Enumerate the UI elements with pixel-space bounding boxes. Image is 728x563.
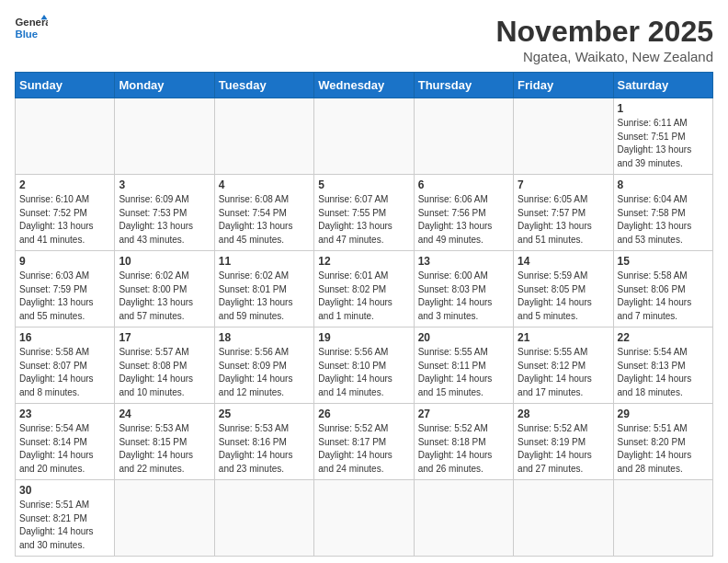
week-row-5: 23Sunrise: 5:54 AM Sunset: 8:14 PM Dayli… (16, 404, 713, 480)
cell-sun-info: Sunrise: 6:02 AM Sunset: 8:00 PM Dayligh… (119, 270, 210, 323)
cell-sun-info: Sunrise: 5:56 AM Sunset: 8:10 PM Dayligh… (318, 346, 409, 399)
day-number: 3 (119, 178, 210, 191)
calendar-cell: 21Sunrise: 5:55 AM Sunset: 8:12 PM Dayli… (514, 327, 613, 404)
day-number: 22 (618, 331, 709, 344)
calendar-cell: 6Sunrise: 6:06 AM Sunset: 7:56 PM Daylig… (414, 175, 513, 251)
day-number: 17 (119, 331, 210, 344)
cell-sun-info: Sunrise: 5:56 AM Sunset: 8:09 PM Dayligh… (219, 346, 310, 399)
day-number: 2 (19, 178, 110, 191)
day-number: 25 (219, 408, 310, 420)
calendar-header-row: SundayMondayTuesdayWednesdayThursdayFrid… (16, 73, 713, 98)
cell-sun-info: Sunrise: 5:58 AM Sunset: 8:07 PM Dayligh… (19, 346, 110, 399)
calendar-cell (414, 480, 513, 557)
day-number: 15 (618, 255, 709, 268)
day-number: 5 (318, 178, 409, 191)
cell-sun-info: Sunrise: 5:55 AM Sunset: 8:12 PM Dayligh… (518, 346, 609, 399)
day-number: 23 (19, 408, 110, 420)
cell-sun-info: Sunrise: 6:11 AM Sunset: 7:51 PM Dayligh… (618, 117, 709, 170)
cell-sun-info: Sunrise: 6:00 AM Sunset: 8:03 PM Dayligh… (418, 270, 509, 323)
calendar-cell: 28Sunrise: 5:52 AM Sunset: 8:19 PM Dayli… (514, 404, 613, 480)
week-row-4: 16Sunrise: 5:58 AM Sunset: 8:07 PM Dayli… (16, 327, 713, 404)
week-row-3: 9Sunrise: 6:03 AM Sunset: 7:59 PM Daylig… (16, 251, 713, 327)
cell-sun-info: Sunrise: 5:55 AM Sunset: 8:11 PM Dayligh… (418, 346, 509, 399)
calendar-cell (115, 98, 214, 175)
month-title: November 2025 (495, 15, 713, 49)
day-number: 13 (418, 255, 509, 268)
calendar-cell (214, 480, 313, 557)
calendar-cell (514, 480, 613, 557)
cell-sun-info: Sunrise: 5:57 AM Sunset: 8:08 PM Dayligh… (119, 346, 210, 399)
day-number: 28 (518, 408, 609, 420)
day-number: 1 (618, 102, 709, 115)
calendar-cell (613, 480, 712, 557)
calendar-cell: 19Sunrise: 5:56 AM Sunset: 8:10 PM Dayli… (314, 327, 414, 404)
day-number: 24 (119, 408, 210, 420)
day-number: 4 (219, 178, 310, 191)
cell-sun-info: Sunrise: 5:52 AM Sunset: 8:17 PM Dayligh… (318, 422, 409, 476)
col-header-thursday: Thursday (414, 73, 513, 98)
cell-sun-info: Sunrise: 5:52 AM Sunset: 8:18 PM Dayligh… (418, 422, 509, 476)
calendar-cell (115, 480, 214, 557)
week-row-6: 30Sunrise: 5:51 AM Sunset: 8:21 PM Dayli… (16, 480, 713, 557)
calendar-cell (314, 480, 414, 557)
week-row-2: 2Sunrise: 6:10 AM Sunset: 7:52 PM Daylig… (16, 175, 713, 251)
col-header-monday: Monday (115, 73, 214, 98)
calendar-cell: 9Sunrise: 6:03 AM Sunset: 7:59 PM Daylig… (16, 251, 115, 327)
cell-sun-info: Sunrise: 5:51 AM Sunset: 8:21 PM Dayligh… (19, 499, 110, 552)
calendar-cell: 20Sunrise: 5:55 AM Sunset: 8:11 PM Dayli… (414, 327, 513, 404)
day-number: 10 (119, 255, 210, 268)
calendar-cell: 26Sunrise: 5:52 AM Sunset: 8:17 PM Dayli… (314, 404, 414, 480)
calendar-cell: 30Sunrise: 5:51 AM Sunset: 8:21 PM Dayli… (16, 480, 115, 557)
cell-sun-info: Sunrise: 5:53 AM Sunset: 8:15 PM Dayligh… (119, 422, 210, 476)
col-header-tuesday: Tuesday (214, 73, 313, 98)
calendar-cell (214, 98, 313, 175)
cell-sun-info: Sunrise: 5:54 AM Sunset: 8:14 PM Dayligh… (19, 422, 110, 476)
col-header-friday: Friday (514, 73, 613, 98)
cell-sun-info: Sunrise: 5:51 AM Sunset: 8:20 PM Dayligh… (618, 422, 709, 476)
cell-sun-info: Sunrise: 6:08 AM Sunset: 7:54 PM Dayligh… (219, 193, 310, 247)
day-number: 14 (518, 255, 609, 268)
cell-sun-info: Sunrise: 6:03 AM Sunset: 7:59 PM Dayligh… (19, 270, 110, 323)
cell-sun-info: Sunrise: 6:10 AM Sunset: 7:52 PM Dayligh… (19, 193, 110, 247)
page-header: General Blue November 2025 Ngatea, Waika… (15, 15, 713, 64)
calendar-cell: 5Sunrise: 6:07 AM Sunset: 7:55 PM Daylig… (314, 175, 414, 251)
calendar-cell: 2Sunrise: 6:10 AM Sunset: 7:52 PM Daylig… (16, 175, 115, 251)
calendar-cell: 27Sunrise: 5:52 AM Sunset: 8:18 PM Dayli… (414, 404, 513, 480)
cell-sun-info: Sunrise: 5:54 AM Sunset: 8:13 PM Dayligh… (618, 346, 709, 399)
calendar-cell (16, 98, 115, 175)
calendar-cell: 29Sunrise: 5:51 AM Sunset: 8:20 PM Dayli… (613, 404, 712, 480)
calendar-cell: 16Sunrise: 5:58 AM Sunset: 8:07 PM Dayli… (16, 327, 115, 404)
cell-sun-info: Sunrise: 6:07 AM Sunset: 7:55 PM Dayligh… (318, 193, 409, 247)
day-number: 29 (618, 408, 709, 420)
cell-sun-info: Sunrise: 6:04 AM Sunset: 7:58 PM Dayligh… (618, 193, 709, 247)
calendar-cell: 23Sunrise: 5:54 AM Sunset: 8:14 PM Dayli… (16, 404, 115, 480)
calendar-cell: 11Sunrise: 6:02 AM Sunset: 8:01 PM Dayli… (214, 251, 313, 327)
day-number: 18 (219, 331, 310, 344)
day-number: 30 (19, 484, 110, 497)
day-number: 26 (318, 408, 409, 420)
calendar-cell: 22Sunrise: 5:54 AM Sunset: 8:13 PM Dayli… (613, 327, 712, 404)
day-number: 8 (618, 178, 709, 191)
cell-sun-info: Sunrise: 5:52 AM Sunset: 8:19 PM Dayligh… (518, 422, 609, 476)
col-header-sunday: Sunday (16, 73, 115, 98)
cell-sun-info: Sunrise: 6:09 AM Sunset: 7:53 PM Dayligh… (119, 193, 210, 247)
day-number: 11 (219, 255, 310, 268)
col-header-saturday: Saturday (613, 73, 712, 98)
day-number: 21 (518, 331, 609, 344)
title-block: November 2025 Ngatea, Waikato, New Zeala… (495, 15, 713, 64)
calendar-cell: 1Sunrise: 6:11 AM Sunset: 7:51 PM Daylig… (613, 98, 712, 175)
calendar-cell (414, 98, 513, 175)
calendar-cell: 13Sunrise: 6:00 AM Sunset: 8:03 PM Dayli… (414, 251, 513, 327)
cell-sun-info: Sunrise: 6:02 AM Sunset: 8:01 PM Dayligh… (219, 270, 310, 323)
cell-sun-info: Sunrise: 5:53 AM Sunset: 8:16 PM Dayligh… (219, 422, 310, 476)
day-number: 12 (318, 255, 409, 268)
cell-sun-info: Sunrise: 6:05 AM Sunset: 7:57 PM Dayligh… (518, 193, 609, 247)
day-number: 20 (418, 331, 509, 344)
calendar-cell: 17Sunrise: 5:57 AM Sunset: 8:08 PM Dayli… (115, 327, 214, 404)
calendar-cell (514, 98, 613, 175)
cell-sun-info: Sunrise: 6:01 AM Sunset: 8:02 PM Dayligh… (318, 270, 409, 323)
logo: General Blue (15, 15, 48, 40)
col-header-wednesday: Wednesday (314, 73, 414, 98)
location: Ngatea, Waikato, New Zealand (495, 49, 713, 64)
day-number: 27 (418, 408, 509, 420)
